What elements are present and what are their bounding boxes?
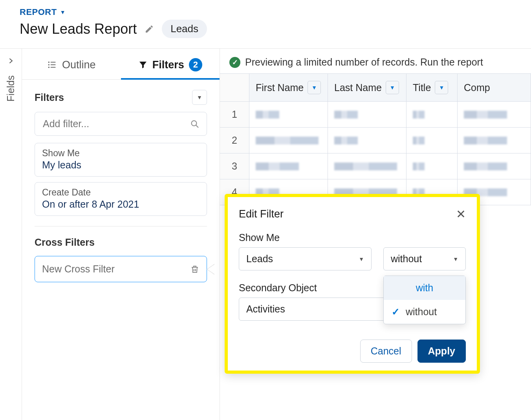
filters-panel: Filters ▼ Show Me My leads Create xyxy=(22,80,220,292)
column-header-first-name[interactable]: First Name ▼ xyxy=(249,74,328,101)
row-number: 1 xyxy=(220,102,249,127)
filter-card-show-me[interactable]: Show Me My leads xyxy=(35,143,207,177)
apply-button[interactable]: Apply xyxy=(417,340,466,363)
option-label: with xyxy=(416,282,433,294)
report-header: REPORT ▼ New Leads Report Leads xyxy=(0,0,531,49)
filters-heading-row: Filters ▼ xyxy=(35,90,207,105)
show-me-label: Show Me xyxy=(239,232,466,243)
operator-option-with[interactable]: with xyxy=(384,276,465,300)
popover-actions: Cancel Apply xyxy=(239,340,466,363)
grid-header-row: First Name ▼ Last Name ▼ Title ▼ Comp xyxy=(220,74,531,102)
apply-label: Apply xyxy=(428,345,455,356)
cross-filter-placeholder: New Cross Filter xyxy=(42,263,115,275)
report-type-pill[interactable]: Leads xyxy=(162,20,207,38)
popover-header: Edit Filter ✕ xyxy=(239,207,466,221)
column-label: Title xyxy=(413,82,431,93)
table-row: 3 xyxy=(220,153,531,179)
column-label: Comp xyxy=(464,82,490,93)
body: Fields Outline Filters 2 xyxy=(0,49,531,420)
filters-heading: Filters xyxy=(35,92,64,103)
cell xyxy=(458,128,531,153)
cell xyxy=(458,102,531,127)
cell xyxy=(458,153,531,179)
column-menu-button[interactable]: ▼ xyxy=(386,81,399,94)
cross-filters-heading: Cross Filters xyxy=(35,237,207,248)
chevron-down-icon: ▼ xyxy=(453,256,458,262)
tab-outline-label: Outline xyxy=(62,59,96,71)
popover-title-text: Edit Filter xyxy=(239,208,284,220)
filters-menu-button[interactable]: ▼ xyxy=(192,90,207,105)
success-icon: ✓ xyxy=(229,57,240,68)
cell xyxy=(328,128,406,153)
cell xyxy=(249,128,328,153)
tab-filters-label: Filters xyxy=(152,59,184,71)
check-icon: ✓ xyxy=(391,306,400,318)
object-type-label: REPORT xyxy=(20,7,57,17)
sidebar-tabs: Outline Filters 2 xyxy=(22,49,220,80)
operator-option-without[interactable]: ✓ without xyxy=(384,300,465,324)
svg-rect-5 xyxy=(51,67,56,68)
fields-rail-label: Fields xyxy=(5,75,16,102)
column-header-company[interactable]: Comp xyxy=(458,74,531,101)
object-type-selector[interactable]: REPORT ▼ xyxy=(20,7,531,17)
chevron-down-icon: ▼ xyxy=(359,256,364,262)
expand-fields-button[interactable] xyxy=(7,57,15,64)
chevron-down-icon: ▼ xyxy=(197,94,202,100)
tab-outline[interactable]: Outline xyxy=(22,49,121,79)
cell xyxy=(249,153,328,179)
new-cross-filter-card[interactable]: New Cross Filter xyxy=(35,256,207,282)
svg-point-4 xyxy=(48,67,49,68)
add-filter-input[interactable] xyxy=(42,118,190,130)
filter-label: Create Date xyxy=(42,187,200,198)
cell xyxy=(249,102,328,127)
edit-title-button[interactable] xyxy=(145,24,154,34)
column-menu-button[interactable]: ▼ xyxy=(308,81,321,94)
table-row: 1 xyxy=(220,102,531,128)
outline-icon xyxy=(47,60,57,70)
table-row: 2 xyxy=(220,128,531,153)
cell xyxy=(328,153,406,179)
cell xyxy=(406,102,458,127)
row-number: 2 xyxy=(220,128,249,153)
title-row: New Leads Report Leads xyxy=(20,20,531,38)
operator-select[interactable]: without ▼ xyxy=(383,247,466,270)
preview-message: Previewing a limited number of records. … xyxy=(245,57,483,68)
primary-object-select[interactable]: Leads ▼ xyxy=(239,247,372,270)
svg-rect-1 xyxy=(51,62,56,62)
chevron-down-icon: ▼ xyxy=(60,9,66,15)
secondary-object-value: Activities xyxy=(246,303,285,315)
page-title: New Leads Report xyxy=(20,21,137,37)
column-header-title[interactable]: Title ▼ xyxy=(406,74,458,101)
row-number: 3 xyxy=(220,153,249,179)
callout-arrow-icon xyxy=(207,264,214,275)
column-menu-button[interactable]: ▼ xyxy=(435,81,448,94)
divider xyxy=(35,226,207,226)
filters-count-badge: 2 xyxy=(189,58,202,71)
popover-body: Edit Filter ✕ Show Me Leads ▼ without ▼ xyxy=(228,197,477,371)
column-label: First Name xyxy=(256,82,304,93)
search-icon xyxy=(190,119,200,129)
operator-value: without xyxy=(391,253,422,265)
svg-rect-3 xyxy=(51,64,56,65)
row-number-header xyxy=(220,74,249,101)
add-filter-search[interactable] xyxy=(35,112,207,136)
cancel-label: Cancel xyxy=(371,345,401,356)
operator-dropdown: with ✓ without xyxy=(383,276,466,324)
edit-filter-popover: Edit Filter ✕ Show Me Leads ▼ without ▼ xyxy=(225,194,480,374)
filter-icon xyxy=(138,60,148,69)
filter-card-create-date[interactable]: Create Date On or after 8 Apr 2021 xyxy=(35,182,207,216)
close-popover-button[interactable]: ✕ xyxy=(456,207,466,221)
cell xyxy=(406,153,458,179)
svg-point-2 xyxy=(48,64,49,65)
option-label: without xyxy=(406,306,437,318)
cell xyxy=(328,102,406,127)
cancel-button[interactable]: Cancel xyxy=(360,340,412,363)
fields-rail: Fields xyxy=(0,49,22,420)
filter-value: On or after 8 Apr 2021 xyxy=(42,199,200,210)
show-me-row: Leads ▼ without ▼ xyxy=(239,247,466,270)
tab-filters[interactable]: Filters 2 xyxy=(121,49,220,79)
svg-point-6 xyxy=(192,121,197,126)
column-header-last-name[interactable]: Last Name ▼ xyxy=(328,74,406,101)
filter-value: My leads xyxy=(42,159,200,171)
delete-cross-filter-button[interactable] xyxy=(190,264,200,274)
